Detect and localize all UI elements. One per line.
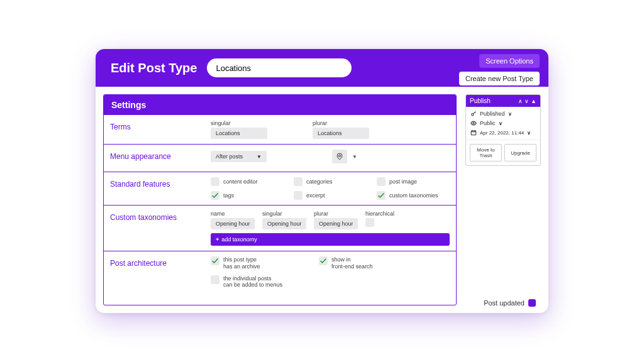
chevron-down-icon: ∨ — [499, 121, 502, 126]
feature-content-editor[interactable]: content editor — [211, 177, 280, 186]
arch-option[interactable]: the individual postscan be added to menu… — [211, 275, 305, 289]
tax-singular-input[interactable] — [262, 218, 306, 229]
publish-status-line[interactable]: Published ∨ — [470, 111, 536, 117]
svg-point-0 — [338, 155, 340, 157]
tax-col-hier: hierarchical — [365, 211, 394, 217]
triangle-up-icon[interactable]: ▲ — [531, 98, 536, 104]
checkbox[interactable] — [319, 256, 328, 265]
feature-categories[interactable]: categories — [294, 177, 363, 186]
row-label-features: Standard features — [110, 177, 204, 189]
screen-options-button[interactable]: Screen Options — [479, 54, 540, 68]
eye-icon — [470, 120, 477, 126]
publish-visibility: Public — [480, 120, 496, 126]
status-indicator-icon — [528, 299, 536, 307]
chevron-down-icon: ∨ — [527, 130, 531, 136]
chevron-up-icon[interactable]: ∧ — [518, 98, 523, 104]
checkbox[interactable] — [294, 191, 303, 200]
right-column: Publish ∧ ∨ ▲ Published ∨ — [465, 94, 541, 305]
move-to-trash-button[interactable]: Move to Trash — [470, 144, 502, 162]
feature-label: categories — [306, 178, 333, 185]
publish-date-line[interactable]: Apr 22, 2022, 11:44 ∨ — [470, 129, 536, 136]
arch-option[interactable]: show infront-end search — [319, 256, 413, 270]
row-label-terms: Terms — [110, 120, 204, 131]
publish-visibility-line[interactable]: Public ∨ — [470, 120, 536, 126]
arch-label: this post typehas an archive — [223, 256, 260, 270]
feature-tags[interactable]: tags — [211, 191, 280, 200]
tax-col-plural: plurar — [314, 211, 358, 217]
arch-label: the individual postscan be added to menu… — [223, 275, 282, 289]
row-label-arch: Post architecture — [110, 256, 204, 268]
publish-header: Publish ∧ ∨ ▲ — [466, 95, 540, 107]
checkbox[interactable] — [211, 256, 219, 265]
tax-col-name: name — [211, 211, 255, 217]
upgrade-button[interactable]: Upgrade — [504, 144, 536, 162]
row-features: Standard features content editorcategori… — [104, 172, 456, 206]
terms-plural-input[interactable] — [313, 128, 369, 139]
tax-hier-checkbox[interactable] — [365, 218, 374, 227]
publish-status: Published — [480, 111, 505, 117]
row-label-menu: Menu appearance — [110, 150, 204, 161]
tax-plural-input[interactable] — [314, 218, 358, 229]
feature-custom-taxonomies[interactable]: custom taxonomies — [377, 191, 446, 200]
calendar-icon — [470, 129, 477, 136]
feature-excerpt[interactable]: excerpt — [294, 191, 363, 200]
checkbox[interactable] — [211, 177, 219, 186]
caret-down-icon: ▼ — [257, 154, 262, 160]
svg-point-2 — [472, 123, 474, 124]
publish-date: Apr 22, 2022, 11:44 — [480, 130, 524, 136]
create-post-type-button[interactable]: Create new Post Type — [459, 72, 540, 85]
terms-plural-label: plurar — [313, 120, 369, 126]
row-label-taxonomies: Custom taxonomies — [110, 211, 204, 222]
footer-status: Post updated — [484, 299, 536, 307]
tax-col-singular: singular — [262, 211, 306, 217]
body: Settings Terms singular plurar — [96, 87, 548, 313]
menu-position-value: After posts — [216, 153, 243, 160]
row-architecture: Post architecture this post typehas an a… — [104, 251, 456, 293]
arch-label: show infront-end search — [331, 256, 373, 270]
publish-panel: Publish ∧ ∨ ▲ Published ∨ — [465, 94, 541, 166]
menu-icon-select[interactable] — [332, 150, 347, 163]
row-terms: Terms singular plurar — [104, 115, 456, 145]
chevron-down-icon: ∨ — [508, 111, 512, 117]
arch-option[interactable]: this post typehas an archive — [211, 256, 305, 270]
svg-rect-3 — [471, 131, 476, 135]
checkbox[interactable] — [377, 177, 386, 186]
menu-position-select[interactable]: After posts ▼ — [211, 151, 267, 162]
svg-point-1 — [471, 114, 473, 116]
feature-label: post image — [389, 178, 417, 185]
terms-singular-label: singular — [211, 120, 267, 126]
checkbox[interactable] — [211, 275, 219, 284]
post-type-name-input[interactable] — [207, 58, 352, 77]
row-taxonomies: Custom taxonomies name singular — [104, 206, 456, 251]
settings-header: Settings — [104, 95, 456, 115]
tax-name-input[interactable] — [211, 218, 255, 229]
footer-message: Post updated — [484, 299, 525, 307]
feature-label: excerpt — [306, 192, 325, 199]
terms-singular-input[interactable] — [211, 128, 267, 139]
app-card: Edit Post Type Screen Options Create new… — [96, 49, 548, 313]
topbar-right-buttons: Screen Options Create new Post Type — [459, 54, 540, 85]
checkbox[interactable] — [211, 191, 219, 200]
add-taxonomy-button[interactable]: + add taxonomy — [211, 233, 450, 246]
row-menu: Menu appearance After posts ▼ — [104, 145, 456, 172]
key-icon — [470, 111, 477, 117]
publish-title: Publish — [470, 97, 491, 104]
add-taxonomy-label: add taxonomy — [221, 236, 257, 243]
checkbox[interactable] — [294, 177, 303, 186]
chevron-down-icon[interactable]: ∨ — [525, 98, 529, 104]
plus-icon: + — [216, 236, 219, 243]
settings-panel: Settings Terms singular plurar — [103, 94, 457, 305]
feature-label: content editor — [223, 178, 258, 185]
feature-label: tags — [223, 192, 234, 199]
caret-down-icon[interactable]: ▼ — [352, 154, 357, 160]
feature-post-image[interactable]: post image — [377, 177, 446, 186]
page-title: Edit Post Type — [111, 61, 197, 75]
location-pin-icon — [336, 153, 343, 160]
feature-label: custom taxonomies — [389, 192, 438, 199]
settings-body: Terms singular plurar Menu app — [104, 115, 456, 305]
checkbox[interactable] — [377, 191, 386, 200]
